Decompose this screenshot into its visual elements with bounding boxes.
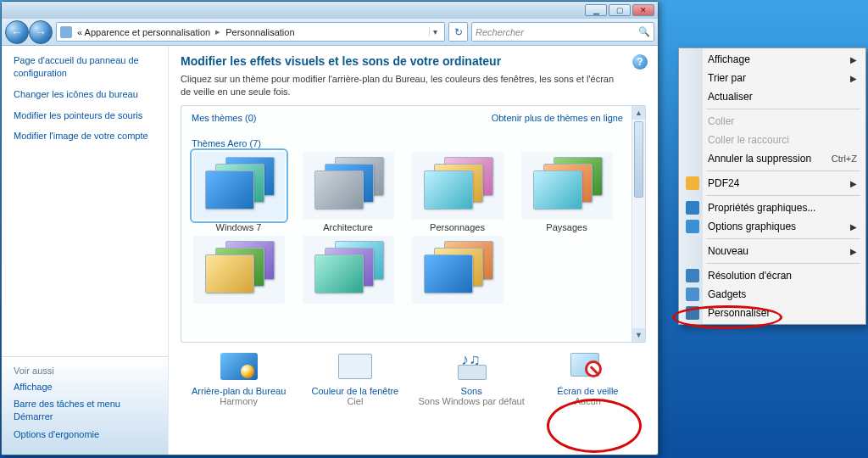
footer-sub: Aucun [575, 396, 601, 406]
context-item-label: Propriétés graphiques... [708, 202, 815, 214]
context-item-coller: Coller [681, 112, 864, 131]
context-item-label: Actualiser [708, 91, 753, 103]
breadcrumb-separator: ▸ [215, 26, 220, 37]
context-item-label: Coller le raccourci [708, 134, 789, 146]
sidelink-desktop-icons[interactable]: Changer les icônes du bureau [14, 88, 156, 101]
context-item-annuler-la-suppression[interactable]: Annuler la suppressionCtrl+Z [681, 149, 864, 168]
footer-link: Écran de veille [557, 386, 618, 396]
context-separator [706, 109, 860, 109]
theme-windows7[interactable]: Windows 7 [190, 152, 287, 232]
back-button[interactable]: ← [5, 20, 29, 44]
context-item-personnaliser[interactable]: Personnaliser [681, 304, 864, 322]
submenu-arrow-icon: ▶ [850, 179, 857, 188]
nav-bar: ← → « Apparence et personnalisation ▸ Pe… [2, 19, 658, 46]
context-item-gadgets[interactable]: Gadgets [681, 285, 864, 304]
submenu-arrow-icon: ▶ [850, 74, 857, 83]
context-item-actualiser[interactable]: Actualiser [681, 87, 864, 106]
context-item-r-solution-d-cran[interactable]: Résolution d'écran [681, 266, 864, 285]
context-item-label: Nouveau [708, 245, 748, 257]
see-also-taskbar[interactable]: Barre des tâches et menu Démarrer [14, 398, 156, 423]
scroll-up[interactable]: ▲ [632, 106, 645, 120]
footer-sub: Harmony [220, 396, 258, 406]
context-item-label: Résolution d'écran [708, 270, 792, 282]
context-separator [706, 238, 860, 239]
window-body: Page d'accueil du panneau de configurati… [2, 46, 658, 455]
minimize-button[interactable]: ▁ [585, 4, 607, 16]
get-more-themes-link[interactable]: Obtenir plus de thèmes en ligne [492, 113, 623, 123]
footer-sub: Ciel [347, 396, 363, 406]
context-item-affichage[interactable]: Affichage▶ [681, 50, 864, 69]
submenu-arrow-icon: ▶ [850, 55, 857, 64]
context-separator [706, 263, 860, 264]
context-item-propri-t-s-graphiques[interactable]: Propriétés graphiques... [681, 198, 864, 217]
opt-icon [686, 220, 699, 233]
footer-link: Sons [461, 386, 482, 396]
sidelink-pointers[interactable]: Modifier les pointeurs de souris [14, 109, 156, 122]
theme-row-2 [190, 236, 628, 304]
page-title: Modifier les effets visuels et les sons … [181, 54, 646, 68]
res-icon [686, 269, 699, 282]
context-shortcut: Ctrl+Z [832, 154, 857, 164]
breadcrumb-part1[interactable]: « Apparence et personnalisation [77, 27, 210, 37]
scrollbar[interactable]: ▲ ▼ [632, 106, 645, 342]
theme-architecture[interactable]: Architecture [299, 152, 397, 232]
footer-desktop-background[interactable]: Arrière-plan du Bureau Harmony [184, 351, 294, 406]
footer-screensaver[interactable]: Écran de veille Aucun [532, 351, 643, 406]
desktop-context-menu: Affichage▶Trier par▶ActualiserCollerColl… [678, 47, 866, 325]
theme-list: ▲ ▼ Mes thèmes (0) Obtenir plus de thème… [181, 105, 646, 343]
context-separator [706, 170, 860, 171]
sidebar-see-also: Voir aussi Affichage Barre des tâches et… [2, 356, 168, 455]
theme-extra-1[interactable] [190, 236, 287, 304]
help-icon[interactable]: ? [632, 54, 648, 70]
theme-characters[interactable]: Personnages [409, 152, 506, 232]
theme-extra-3[interactable] [409, 236, 506, 304]
footer-icons: Arrière-plan du Bureau Harmony Couleur d… [181, 351, 646, 406]
context-item-nouveau[interactable]: Nouveau▶ [681, 242, 864, 260]
close-button[interactable]: ✕ [632, 4, 654, 16]
screensaver-icon [567, 351, 608, 383]
see-also-display[interactable]: Affichage [14, 381, 156, 394]
per-icon [686, 306, 699, 320]
footer-link: Couleur de la fenêtre [312, 386, 399, 396]
context-item-label: Gadgets [708, 288, 746, 300]
context-item-trier-par[interactable]: Trier par▶ [681, 69, 864, 87]
aero-themes-header: Thèmes Aero (7) [192, 138, 628, 148]
forward-button[interactable]: → [29, 20, 53, 44]
scroll-thumb[interactable] [634, 121, 643, 198]
context-item-coller-le-raccourci: Coller le raccourci [681, 131, 864, 149]
theme-label: Paysages [546, 222, 587, 232]
context-separator [706, 195, 860, 196]
nav-back-forward: ← → [5, 20, 53, 44]
theme-row-1: Windows 7 Architecture [190, 152, 628, 232]
sidelink-account-pic[interactable]: Modifier l'image de votre compte [14, 130, 156, 142]
sidelink-home[interactable]: Page d'accueil du panneau de configurati… [14, 54, 156, 80]
scroll-down[interactable]: ▼ [632, 328, 645, 342]
theme-landscapes[interactable]: Paysages [518, 152, 615, 232]
see-also-ease[interactable]: Options d'ergonomie [14, 428, 156, 441]
breadcrumb-dropdown[interactable]: ▾ [429, 27, 441, 36]
footer-window-color[interactable]: Couleur de la fenêtre Ciel [300, 351, 410, 406]
personalization-window: ▁ ▢ ✕ ← → « Apparence et personnalisatio… [1, 1, 659, 455]
submenu-arrow-icon: ▶ [850, 247, 857, 256]
context-item-options-graphiques[interactable]: Options graphiques▶ [681, 217, 864, 236]
breadcrumb-part2[interactable]: Personnalisation [225, 27, 294, 37]
refresh-button[interactable]: ↻ [448, 22, 468, 42]
window-color-icon [335, 351, 376, 383]
theme-extra-2[interactable] [299, 236, 397, 304]
context-item-label: Personnaliser [708, 307, 770, 319]
submenu-arrow-icon: ▶ [850, 222, 857, 232]
titlebar: ▁ ▢ ✕ [2, 2, 658, 19]
footer-sounds[interactable]: ♪♫ Sons Sons Windows par défaut [416, 351, 526, 406]
search-icon: 🔍 [638, 26, 650, 37]
theme-label: Windows 7 [216, 222, 262, 232]
context-item-label: Affichage [708, 53, 750, 65]
gad-icon [686, 288, 699, 301]
sidebar: Page d'accueil du panneau de configurati… [2, 46, 169, 455]
search-input[interactable]: Rechercher 🔍 [471, 22, 654, 42]
maximize-button[interactable]: ▢ [609, 4, 631, 16]
control-panel-icon [60, 26, 72, 38]
context-item-pdf24[interactable]: PDF24▶ [681, 174, 864, 193]
theme-label: Architecture [323, 222, 373, 232]
page-description: Cliquez sur un thème pour modifier l'arr… [181, 73, 621, 98]
breadcrumb[interactable]: « Apparence et personnalisation ▸ Person… [56, 22, 445, 42]
